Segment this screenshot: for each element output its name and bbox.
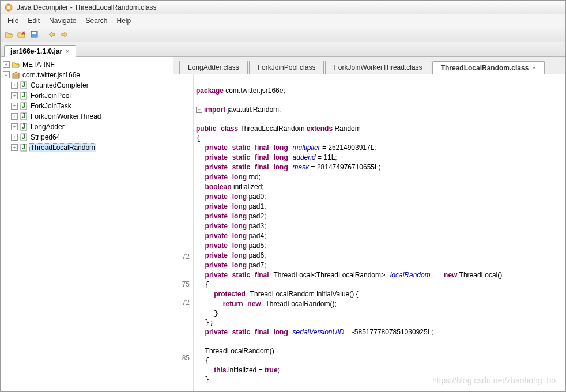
menu-bar: File Edit Navigate Search Help [1, 14, 565, 27]
window-title: Java Decompiler - ThreadLocalRandom.clas… [17, 3, 157, 12]
menu-help[interactable]: Help [112, 16, 135, 26]
gutter: 7275728594 [173, 74, 194, 391]
expand-icon[interactable]: + [11, 134, 18, 141]
svg-text:J: J [22, 102, 26, 110]
class-file-icon: J [19, 81, 28, 90]
jar-tab-strip: jsr166e-1.1.0.jar × [1, 42, 565, 57]
open-file-icon[interactable] [3, 29, 14, 40]
code-editor[interactable]: package com.twitter.jsr166e; +import jav… [194, 74, 565, 391]
jar-tab[interactable]: jsr166e-1.1.0.jar × [4, 45, 76, 57]
tree-node-class[interactable]: +JThreadLocalRandom [1, 142, 173, 153]
expand-icon[interactable]: + [11, 123, 18, 130]
svg-text:J: J [22, 133, 26, 141]
class-file-icon: J [19, 101, 28, 111]
editor-pane: LongAdder.classForkJoinPool.classForkJoi… [173, 57, 565, 391]
editor-tab-label: ForkJoinWorkerThread.class [334, 63, 422, 71]
class-file-icon: J [19, 122, 28, 131]
svg-point-1 [7, 6, 10, 9]
editor-tab[interactable]: ForkJoinPool.class [249, 61, 324, 74]
class-file-icon: J [19, 133, 28, 142]
tree-item-label: LongAdder [29, 123, 66, 131]
expand-icon[interactable]: + [11, 92, 18, 99]
toolbar-separator [43, 29, 43, 40]
close-file-icon[interactable] [16, 29, 27, 40]
fold-icon[interactable]: + [196, 107, 202, 113]
tree-node-class[interactable]: +JForkJoinWorkerThread [1, 111, 173, 122]
tree-item-label: ForkJoinTask [29, 102, 73, 110]
svg-text:J: J [22, 144, 26, 151]
expand-icon[interactable]: + [11, 144, 18, 151]
back-icon[interactable] [46, 29, 58, 40]
menu-file[interactable]: File [3, 16, 23, 26]
tree-item-label: Striped64 [29, 133, 61, 141]
svg-text:J: J [22, 123, 26, 130]
package-icon [11, 70, 20, 80]
close-icon[interactable]: × [66, 48, 69, 55]
tree-node-class[interactable]: +JCountedCompleter [1, 80, 173, 91]
editor-tab[interactable]: ForkJoinWorkerThread.class [325, 61, 431, 74]
tree-node-meta-inf[interactable]: + META-INF [1, 59, 173, 70]
tree-node-class[interactable]: +JForkJoinPool [1, 91, 173, 101]
tree-node-class[interactable]: +JStriped64 [1, 132, 173, 142]
svg-text:J: J [22, 81, 26, 89]
forward-icon[interactable] [59, 29, 70, 40]
save-icon[interactable] [28, 29, 40, 40]
collapse-icon[interactable]: − [3, 71, 10, 78]
jar-tab-label: jsr166e-1.1.0.jar [10, 47, 62, 55]
tree-node-package[interactable]: − com.twitter.jsr166e [1, 70, 173, 80]
watermark: https://blog.csdn.net/zhaohong_bo [432, 376, 556, 385]
expand-icon[interactable]: + [11, 103, 18, 110]
editor-tab-label: ThreadLocalRandom.class [441, 64, 529, 72]
svg-text:J: J [22, 112, 26, 120]
app-icon [4, 3, 13, 12]
editor-tab-label: LongAdder.class [188, 63, 239, 71]
class-file-icon: J [19, 112, 28, 121]
editor-tab[interactable]: LongAdder.class [179, 61, 248, 74]
editor-tab-strip: LongAdder.classForkJoinPool.classForkJoi… [173, 57, 565, 74]
expand-icon[interactable]: + [11, 113, 18, 120]
package-tree[interactable]: + META-INF − com.twitter.jsr166e +JCount… [1, 57, 173, 391]
svg-rect-4 [13, 74, 19, 78]
menu-edit[interactable]: Edit [23, 16, 44, 26]
close-icon[interactable]: × [532, 65, 535, 71]
editor-tab-label: ForkJoinPool.class [258, 63, 316, 71]
expand-icon[interactable]: + [3, 61, 10, 68]
title-bar: Java Decompiler - ThreadLocalRandom.clas… [1, 1, 565, 14]
expand-icon[interactable]: + [11, 82, 18, 89]
svg-rect-3 [32, 32, 36, 34]
folder-icon [11, 60, 20, 69]
class-file-icon: J [19, 91, 28, 100]
tool-bar [1, 27, 565, 42]
tree-item-label: ForkJoinPool [29, 92, 72, 100]
tree-item-label: ThreadLocalRandom [29, 143, 96, 152]
tree-node-class[interactable]: +JLongAdder [1, 122, 173, 132]
svg-text:J: J [22, 92, 26, 99]
editor-tab[interactable]: ThreadLocalRandom.class× [432, 61, 545, 74]
tree-item-label: CountedCompleter [29, 81, 90, 89]
tree-node-class[interactable]: +JForkJoinTask [1, 101, 173, 111]
menu-search[interactable]: Search [81, 16, 112, 26]
class-file-icon: J [19, 143, 28, 152]
tree-item-label: ForkJoinWorkerThread [29, 112, 102, 120]
menu-navigate[interactable]: Navigate [44, 16, 81, 26]
